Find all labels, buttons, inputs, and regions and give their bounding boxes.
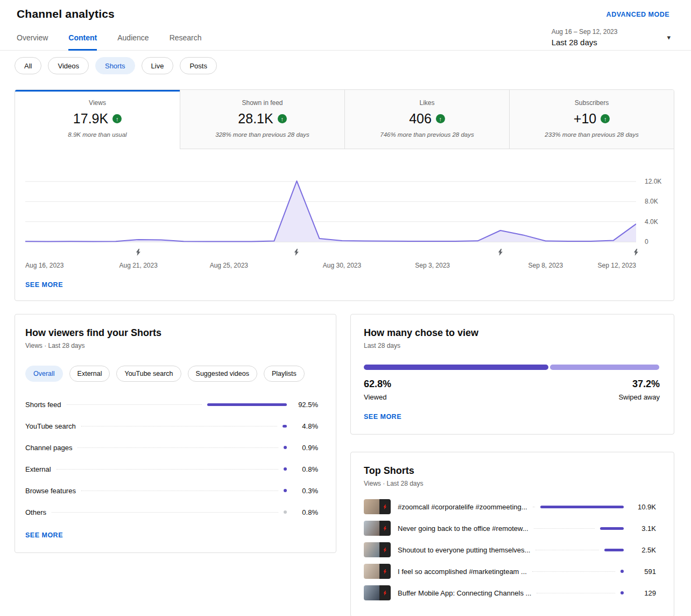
short-title: Buffer Mobile App: Connecting Channels .… bbox=[398, 589, 531, 597]
traffic-source-row: YouTube search4.8% bbox=[25, 415, 318, 437]
top-short-row[interactable]: Shoutout to everyone putting themselves.… bbox=[364, 539, 656, 561]
key-metrics-card: Views17.9K↑8.9K more than usualShown in … bbox=[15, 89, 674, 301]
dotted-leader bbox=[77, 447, 278, 448]
traffic-source-percent: 92.5% bbox=[293, 401, 318, 409]
traffic-chip-suggested-videos[interactable]: Suggested videos bbox=[188, 366, 257, 382]
x-tick-label: Aug 30, 2023 bbox=[323, 262, 361, 269]
short-views-value: 591 bbox=[630, 568, 656, 576]
metric-tab-shown-in-feed[interactable]: Shown in feed28.1K↑328% more than previo… bbox=[180, 90, 344, 149]
filter-chip-posts[interactable]: Posts bbox=[180, 57, 217, 74]
dotted-leader bbox=[534, 528, 595, 529]
dotted-leader bbox=[532, 571, 615, 572]
views-chart-area: Aug 16, 2023Aug 21, 2023Aug 25, 2023Aug … bbox=[15, 149, 674, 277]
metric-comparison-note: 746% more than previous 28 days bbox=[345, 131, 509, 138]
viewed-percent: 62.8% bbox=[364, 379, 391, 390]
chose-see-more-link[interactable]: SEE MORE bbox=[364, 413, 401, 421]
filter-chip-live[interactable]: Live bbox=[142, 57, 174, 74]
traffic-source-label: Channel pages bbox=[25, 444, 72, 452]
metric-tab-subscribers[interactable]: Subscribers+10↑233% more than previous 2… bbox=[509, 90, 674, 149]
traffic-source-dot bbox=[284, 510, 287, 514]
tab-overview[interactable]: Overview bbox=[17, 33, 48, 50]
traffic-sources-title: How viewers find your Shorts bbox=[25, 327, 318, 339]
trend-up-icon: ↑ bbox=[436, 114, 445, 123]
metric-value: 17.9K bbox=[73, 111, 108, 127]
short-views-value: 2.5K bbox=[630, 546, 656, 554]
metric-tab-likes[interactable]: Likes406↑746% more than previous 28 days bbox=[344, 90, 509, 149]
metric-tabs: Views17.9K↑8.9K more than usualShown in … bbox=[15, 90, 674, 149]
channel-analytics-page: Channel analytics ADVANCED MODE Aug 16 –… bbox=[0, 0, 691, 616]
metric-tab-views[interactable]: Views17.9K↑8.9K more than usual bbox=[15, 90, 180, 149]
shorts-icon bbox=[294, 249, 299, 256]
top-short-row[interactable]: I feel so accomplished #marketingteam ..… bbox=[364, 561, 656, 582]
dotted-leader bbox=[535, 550, 599, 550]
viewed-stat: 62.8% Viewed bbox=[364, 379, 391, 401]
top-shorts-rows: #zoomcall #corporatelife #zoommeeting...… bbox=[364, 496, 656, 604]
traffic-source-row: Browse features0.3% bbox=[25, 480, 318, 501]
date-range-picker[interactable]: Aug 16 – Sep 12, 2023 Last 28 days ▾ bbox=[552, 28, 671, 47]
content-type-filters: AllVideosShortsLivePosts bbox=[0, 51, 691, 74]
dotted-leader bbox=[67, 404, 202, 405]
swiped-percent: 37.2% bbox=[618, 379, 660, 390]
filter-chip-shorts[interactable]: Shorts bbox=[95, 57, 135, 74]
shorts-publish-markers bbox=[25, 249, 636, 261]
y-tick-label: 8.0K bbox=[645, 198, 658, 205]
tab-content[interactable]: Content bbox=[68, 33, 97, 50]
traffic-source-row: Others0.8% bbox=[25, 501, 318, 523]
short-views-bar bbox=[604, 549, 624, 551]
shorts-marker[interactable] bbox=[498, 249, 503, 256]
top-short-row[interactable]: #zoomcall #corporatelife #zoommeeting...… bbox=[364, 496, 656, 517]
dotted-leader bbox=[57, 469, 278, 470]
page-header: Channel analytics ADVANCED MODE bbox=[0, 0, 691, 20]
short-thumbnail-frame bbox=[364, 499, 379, 514]
short-thumbnail-frame bbox=[364, 585, 379, 600]
metric-value-row: +10↑ bbox=[510, 111, 674, 127]
traffic-chip-youtube-search[interactable]: YouTube search bbox=[116, 366, 181, 382]
advanced-mode-link[interactable]: ADVANCED MODE bbox=[607, 11, 669, 18]
short-thumbnail bbox=[364, 564, 391, 579]
tab-research[interactable]: Research bbox=[170, 33, 202, 50]
shorts-icon bbox=[383, 591, 387, 596]
metric-value-row: 28.1K↑ bbox=[180, 111, 344, 127]
short-views-bar bbox=[540, 506, 624, 508]
x-tick-label: Sep 3, 2023 bbox=[415, 262, 450, 269]
shorts-icon bbox=[136, 249, 141, 256]
traffic-chip-external[interactable]: External bbox=[69, 366, 110, 382]
traffic-source-row: External0.8% bbox=[25, 458, 318, 480]
metric-value-row: 406↑ bbox=[345, 111, 509, 127]
metric-label: Likes bbox=[345, 99, 509, 107]
chart-see-more-link[interactable]: SEE MORE bbox=[25, 281, 63, 289]
filter-chip-videos[interactable]: Videos bbox=[48, 57, 89, 74]
shorts-marker[interactable] bbox=[136, 249, 141, 256]
traffic-chip-overall[interactable]: Overall bbox=[25, 366, 63, 382]
short-title: Never going back to the office #remotew.… bbox=[398, 524, 528, 533]
short-thumbnail-frame bbox=[364, 521, 379, 536]
traffic-source-rows: Shorts feed92.5%YouTube search4.8%Channe… bbox=[25, 394, 318, 523]
swiped-stat: 37.2% Swiped away bbox=[618, 379, 660, 401]
shorts-icon bbox=[633, 249, 639, 256]
viewed-label: Viewed bbox=[364, 393, 391, 401]
filter-chip-all[interactable]: All bbox=[15, 57, 41, 74]
short-views-value: 129 bbox=[630, 589, 656, 597]
traffic-chip-playlists[interactable]: Playlists bbox=[264, 366, 305, 382]
traffic-source-row: Shorts feed92.5% bbox=[25, 394, 318, 415]
shorts-marker[interactable] bbox=[294, 249, 299, 256]
top-short-row[interactable]: Buffer Mobile App: Connecting Channels .… bbox=[364, 582, 656, 604]
short-thumbnail bbox=[364, 542, 391, 557]
tab-audience[interactable]: Audience bbox=[117, 33, 149, 50]
short-thumbnail bbox=[364, 585, 391, 600]
trend-up-icon: ↑ bbox=[601, 114, 610, 123]
shorts-marker[interactable] bbox=[633, 249, 639, 256]
traffic-source-filters: OverallExternalYouTube searchSuggested v… bbox=[25, 366, 318, 382]
viewed-bar-segment bbox=[364, 365, 548, 370]
chart-x-axis: Aug 16, 2023Aug 21, 2023Aug 25, 2023Aug … bbox=[25, 262, 636, 277]
swiped-label: Swiped away bbox=[618, 393, 660, 401]
traffic-see-more-link[interactable]: SEE MORE bbox=[25, 531, 63, 539]
top-shorts-title: Top Shorts bbox=[364, 465, 656, 477]
traffic-sources-subtitle: Views · Last 28 days bbox=[25, 342, 318, 349]
traffic-source-dot bbox=[284, 446, 287, 449]
y-tick-label: 12.0K bbox=[645, 178, 661, 185]
short-views-bar bbox=[600, 527, 624, 530]
x-tick-label: Aug 25, 2023 bbox=[210, 262, 248, 269]
traffic-source-percent: 0.8% bbox=[293, 508, 318, 516]
top-short-row[interactable]: Never going back to the office #remotew.… bbox=[364, 517, 656, 539]
